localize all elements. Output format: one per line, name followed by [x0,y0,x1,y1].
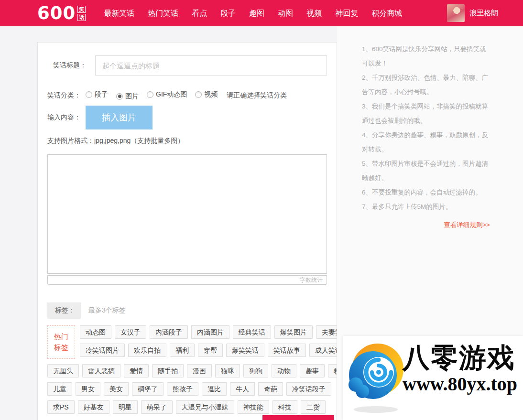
joke-category-row: 笑话分类： 段子图片GIF动态图视频 请正确选择笑话分类 [47,90,327,101]
rules-sidebar: 1、600笑话网是快乐分享网站，只要搞笑就可以发！2、千万别投涉政治、色情、暴力… [344,42,490,229]
tag-美女[interactable]: 美女 [104,382,129,396]
joke-title-row: 笑话标题： [47,55,327,75]
tag-奇葩[interactable]: 奇葩 [258,382,283,396]
tags-input-row[interactable]: 标签： 最多3个标签 [47,302,327,319]
watermark-site-name: 八零游戏 [403,343,523,373]
tag-经典笑话[interactable]: 经典笑话 [233,325,271,339]
tag-爆笑图片[interactable]: 爆笑图片 [274,325,313,339]
tag-科技[interactable]: 科技 [272,400,297,414]
nav-item-2[interactable]: 热门笑话 [141,0,185,26]
rule-1: 1、600笑话网是快乐分享网站，只要搞笑就可以发！ [362,42,490,71]
tag-成人笑话[interactable]: 成人笑话 [309,344,337,357]
joke-title-input[interactable] [95,55,327,75]
tag-动物[interactable]: 动物 [272,364,296,377]
category-option-label: GIF动态图 [156,90,187,99]
tag-儿童[interactable]: 儿童 [47,382,72,396]
tag-漫画[interactable]: 漫画 [187,364,212,377]
radio-icon [147,91,153,98]
tag-动态图[interactable]: 动态图 [80,325,111,339]
nav-item-3[interactable]: 看点 [185,0,214,26]
tag-逗比[interactable]: 逗比 [202,382,227,396]
tag-无厘头[interactable]: 无厘头 [47,364,79,377]
nav-item-8[interactable]: 神回复 [328,0,365,26]
tag-雷人恶搞[interactable]: 雷人恶搞 [82,364,120,377]
watermark-text: 八零游戏 www.80yx.top [403,343,523,396]
hot-tag-row-1: 动态图女汉子内涵段子内涵图片经典笑话爆笑图片夫妻笑话 [80,325,337,339]
nav-item-6[interactable]: 动图 [271,0,300,26]
tag-穿帮[interactable]: 穿帮 [198,344,223,357]
tag-狗狗[interactable]: 狗狗 [243,364,268,377]
tag-福利[interactable]: 福利 [170,344,195,357]
hot-tag-row-2: 冷笑话图片欢乐自拍福利穿帮爆笑笑话笑话故事成人笑话 [80,344,337,357]
nav-item-7[interactable]: 视频 [300,0,328,26]
watermark-swirl-logo [344,339,411,415]
radio-icon [195,91,202,98]
tag-牛人[interactable]: 牛人 [230,382,255,396]
tag-趣事[interactable]: 趣事 [300,364,325,377]
tag-糗事[interactable]: 糗事 [328,364,337,377]
insert-image-button[interactable]: 插入图片 [86,106,153,129]
tag-笑话故事[interactable]: 笑话故事 [268,344,306,357]
joke-content-textarea[interactable] [47,154,327,274]
username[interactable]: 浪里格朗 [469,9,498,18]
tag-冷笑话段子[interactable]: 冷笑话段子 [286,382,331,396]
word-count-label: 字数统计 [300,277,323,283]
user-avatar[interactable] [447,4,465,22]
tag-rows: 无厘头雷人恶搞爱情随手拍漫画猫咪狗狗动物趣事糗事儿童男女美女碉堡了熊孩子逗比牛人… [47,364,327,414]
tag-神技能[interactable]: 神技能 [238,400,269,414]
tag-萌呆了[interactable]: 萌呆了 [141,400,173,414]
tag-爱情[interactable]: 爱情 [124,364,149,377]
tag-好基友[interactable]: 好基友 [78,400,109,414]
rule-5: 5、带水印图片审核是不会通过的，图片越清晰越好。 [362,157,490,185]
submit-button[interactable] [262,415,334,420]
hot-tag-rows: 动态图女汉子内涵段子内涵图片经典笑话爆笑图片夫妻笑话冷笑话图片欢乐自拍福利穿帮爆… [80,325,337,359]
category-option-label: 图片 [125,92,139,101]
category-radio-GIF动态图[interactable]: GIF动态图 [147,90,187,99]
tag-row-2: 儿童男女美女碉堡了熊孩子逗比牛人奇葩冷笑话段子 [47,382,327,396]
tag-欢乐自拍[interactable]: 欢乐自拍 [128,344,166,357]
detail-rules-link[interactable]: 查看详细规则>> [362,221,490,229]
nav-item-9[interactable]: 积分商城 [365,0,409,26]
main-nav: 最新笑话热门笑话看点段子趣图动图视频神回复积分商城 [97,0,409,26]
tag-爆笑笑话[interactable]: 爆笑笑话 [226,344,264,357]
tag-row-1: 无厘头雷人恶搞爱情随手拍漫画猫咪狗狗动物趣事糗事 [47,364,327,377]
hot-tags-section: 热门 标签 动态图女汉子内涵段子内涵图片经典笑话爆笑图片夫妻笑话冷笑话图片欢乐自… [47,325,327,359]
tag-内涵图片[interactable]: 内涵图片 [191,325,229,339]
radio-icon [86,91,92,98]
nav-item-4[interactable]: 段子 [214,0,242,26]
logo-chars: 笑 话 [77,6,86,21]
content-label: 输入内容： [47,113,81,122]
logo-char-bottom: 话 [77,14,86,21]
tag-女汉子[interactable]: 女汉子 [115,325,146,339]
word-count-bar: 字数统计 [47,275,327,285]
tag-二货[interactable]: 二货 [301,400,326,414]
site-logo[interactable]: 600 笑 话 [37,4,86,22]
top-nav-bar: 600 笑 话 最新笑话热门笑话看点段子趣图动图视频神回复积分商城 浪里格朗 [0,0,523,26]
rules-list: 1、600笑话网是快乐分享网站，只要搞笑就可以发！2、千万别投涉政治、色情、暴力… [362,42,490,214]
watermark-site-url: www.80yx.top [403,373,523,396]
tag-随手拍[interactable]: 随手拍 [152,364,184,377]
nav-item-1[interactable]: 最新笑话 [97,0,141,26]
nav-item-5[interactable]: 趣图 [242,0,271,26]
category-option-label: 段子 [95,90,108,99]
joke-submit-form: 笑话标题： 笑话分类： 段子图片GIF动态图视频 请正确选择笑话分类 输入内容：… [37,42,337,420]
tag-冷笑话图片[interactable]: 冷笑话图片 [80,344,125,357]
rule-4: 4、分享你身边的趣事、糗事，鼓励原创，反对转载。 [362,128,490,157]
category-radio-图片[interactable]: 图片 [116,92,139,101]
tag-猫咪[interactable]: 猫咪 [215,364,240,377]
tag-内涵段子[interactable]: 内涵段子 [150,325,188,339]
category-option-label: 视频 [204,90,218,99]
tag-大湿兄与小湿妹[interactable]: 大湿兄与小湿妹 [176,400,234,414]
tag-明星[interactable]: 明星 [113,400,138,414]
tag-碉堡了[interactable]: 碉堡了 [132,382,163,396]
tag-夫妻笑话[interactable]: 夫妻笑话 [316,325,337,339]
tag-男女[interactable]: 男女 [76,382,100,396]
tag-求PS[interactable]: 求PS [47,400,75,414]
category-radio-段子[interactable]: 段子 [86,90,108,99]
rule-3: 3、我们是个搞笑类网站，非搞笑的投稿就算通过也会被删掉的哦。 [362,99,490,128]
category-radio-视频[interactable]: 视频 [195,90,218,99]
user-info: 浪里格朗 [447,4,523,22]
tag-熊孩子[interactable]: 熊孩子 [167,382,198,396]
radio-icon [116,93,123,100]
tags-label: 标签： [47,302,81,319]
